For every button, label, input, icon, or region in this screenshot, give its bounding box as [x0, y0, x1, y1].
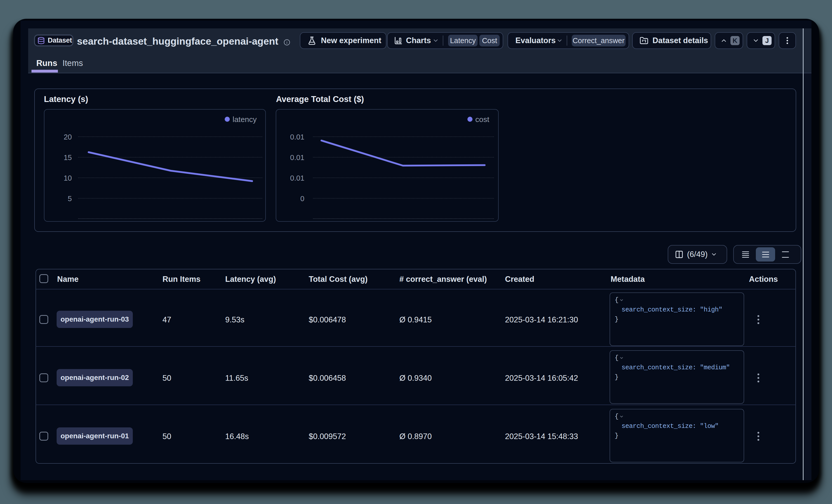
svg-text:latency: latency	[233, 115, 257, 123]
svg-text:0.01: 0.01	[290, 153, 305, 162]
svg-text:0: 0	[301, 195, 305, 203]
svg-text:0.01: 0.01	[290, 133, 305, 141]
svg-text:5: 5	[68, 195, 72, 203]
svg-text:cost: cost	[475, 115, 490, 123]
svg-text:15: 15	[64, 153, 72, 162]
svg-text:20: 20	[64, 133, 72, 141]
svg-text:10: 10	[64, 174, 72, 182]
svg-text:0.01: 0.01	[290, 174, 305, 182]
